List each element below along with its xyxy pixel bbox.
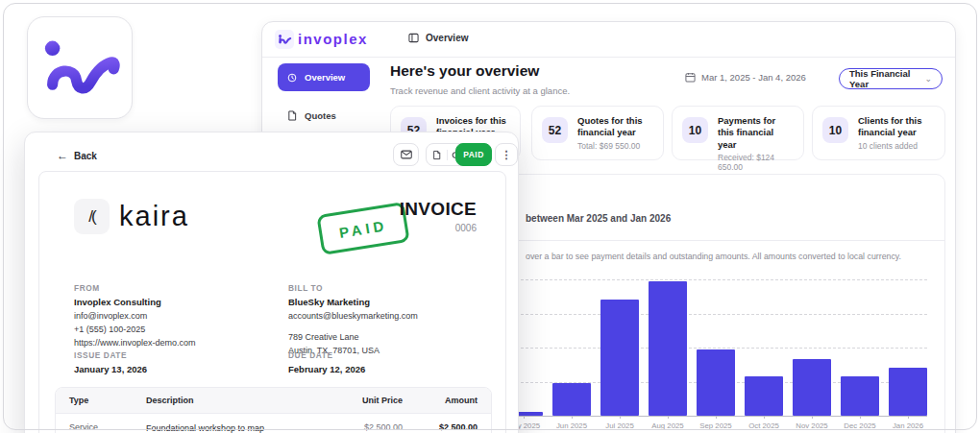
stat-title: Quotes for this financial year (577, 115, 653, 139)
page-title: Here's your overview (390, 62, 539, 80)
chart-bar[interactable] (841, 376, 879, 416)
x-axis-label: Aug 2025 (644, 421, 692, 430)
sidebar-item-label: Overview (305, 72, 345, 83)
breadcrumb-label: Overview (426, 33, 468, 43)
stat-value: 10 (822, 117, 848, 143)
screenshot-canvas: invoplex Overview Overview Quotes Here's… (0, 0, 980, 433)
chart-bar[interactable] (889, 368, 927, 416)
x-axis-label: Jun 2025 (548, 421, 596, 430)
sidebar-item-label: Quotes (305, 110, 336, 121)
brand-wordmark: invoplex (298, 31, 368, 47)
bill-to-email: accounts@blueskymarketing.com (288, 311, 490, 321)
x-axis-tick (668, 416, 669, 419)
invoplex-swoosh-logo-icon (38, 35, 121, 102)
invoice-window: ← Back PAID ⋮ /( kaira (24, 132, 519, 433)
invoice-title: INVOICE (400, 199, 477, 220)
issue-date-label: ISSUE DATE (74, 350, 147, 360)
table-header-row: Type Description Unit Price Amount (56, 388, 491, 414)
cell-amount: $2 500.00 (403, 422, 478, 433)
client-logo: /( kaira (74, 199, 189, 234)
from-email: info@invoplex.com (74, 311, 276, 321)
x-axis-tick (524, 416, 525, 419)
dashboard-topbar: invoplex Overview (262, 22, 955, 57)
x-axis-tick (908, 416, 909, 419)
bill-to-name: BlueSky Marketing (288, 297, 490, 307)
chart-bar[interactable] (552, 383, 591, 416)
x-axis-label: Oct 2025 (740, 421, 788, 430)
panel-layout-icon (408, 33, 419, 43)
from-name: Invoplex Consulting (74, 297, 276, 307)
invoice-document: /( kaira PAID INVOICE 0006 FROM Invoplex… (38, 171, 506, 433)
x-axis-tick (860, 416, 861, 419)
cell-description: Foundational workshop to map requirement… (146, 422, 328, 433)
send-email-button[interactable] (393, 143, 419, 166)
chart-bar[interactable] (793, 359, 831, 416)
stat-title: Payments for this financial year (718, 115, 794, 151)
stat-subtitle: Total: $69 550.00 (577, 141, 653, 151)
sidebar-item-overview[interactable]: Overview (278, 63, 370, 91)
paid-status-button[interactable]: PAID (455, 143, 492, 166)
invoice-number: 0006 (455, 223, 477, 233)
x-axis-label: Jul 2025 (596, 421, 644, 430)
stat-card-clients: 10 Clients for this financial year 10 cl… (812, 106, 945, 160)
x-axis-tick (716, 416, 717, 419)
clock-icon (287, 73, 297, 83)
calendar-icon (685, 72, 696, 83)
brand-logo-card (27, 16, 133, 119)
x-axis-tick (572, 416, 573, 419)
more-options-button[interactable]: ⋮ (495, 143, 518, 166)
paid-status-label: PAID (463, 150, 484, 159)
file-preview-icon[interactable] (427, 150, 447, 160)
issue-date-block: ISSUE DATE January 13, 2026 (74, 350, 147, 374)
back-label: Back (74, 151, 97, 161)
mail-icon (401, 150, 412, 159)
col-header-amount: Amount (403, 396, 478, 405)
chart-bar[interactable] (600, 300, 639, 416)
stat-value: 10 (682, 117, 708, 143)
back-arrow-icon: ← (57, 149, 68, 162)
x-axis-tick (812, 416, 813, 419)
page-subtitle: Track revenue and client activity at a g… (390, 85, 570, 96)
period-select[interactable]: This Financial Year ⌄ (839, 68, 943, 89)
stat-title: Clients for this financial year (858, 115, 935, 139)
period-select-value: This Financial Year (849, 68, 924, 89)
date-range-label: Mar 1, 2025 - Jan 4, 2026 (701, 72, 806, 83)
paid-stamp: PAID (316, 202, 409, 255)
invoplex-mini-logo-icon (275, 30, 294, 49)
stat-subtitle: Received: $124 650.00 (718, 153, 794, 172)
chevron-down-icon: ⌄ (924, 74, 932, 84)
chart-bar[interactable] (745, 376, 783, 416)
stat-card-quotes: 52 Quotes for this financial year Total:… (531, 106, 664, 160)
due-date-label: DUE DATE (288, 350, 365, 360)
paid-stamp-label: PAID (338, 217, 389, 241)
col-header-description: Description (146, 396, 328, 405)
col-header-unit-price: Unit Price (328, 396, 403, 405)
from-label: FROM (74, 283, 276, 293)
back-button[interactable]: ← Back (57, 149, 97, 162)
stat-card-payments: 10 Payments for this financial year Rece… (672, 106, 804, 160)
chart-bar[interactable] (697, 349, 735, 416)
sidebar-item-quotes[interactable]: Quotes (278, 105, 370, 126)
from-phone: +1 (555) 100-2025 (74, 325, 276, 334)
kaira-logo-icon: /( (74, 199, 110, 234)
chart-bar[interactable] (649, 281, 687, 416)
x-axis-tick (764, 416, 765, 419)
client-company-name: kaira (119, 201, 189, 232)
bill-to-address-line1: 789 Creative Lane (288, 332, 490, 342)
line-items-table: Type Description Unit Price Amount Servi… (55, 387, 492, 433)
bill-to-label: BILL TO (288, 283, 490, 293)
file-icon (287, 110, 297, 121)
cell-unit-price: $2 500.00 (328, 422, 403, 433)
breadcrumb: Overview (408, 33, 468, 43)
date-range: Mar 1, 2025 - Jan 4, 2026 (685, 72, 806, 83)
kebab-menu-icon: ⋮ (502, 149, 512, 161)
from-block: FROM Invoplex Consulting info@invoplex.c… (74, 283, 276, 348)
x-axis-label: Sep 2025 (692, 421, 740, 430)
revenue-chart-plot: May 2025Jun 2025Jul 2025Aug 2025Sep 2025… (504, 175, 939, 416)
stat-subtitle: 10 clients added (858, 141, 935, 151)
bill-to-block: BILL TO BlueSky Marketing accounts@blues… (288, 283, 490, 355)
x-axis-label: Jan 2026 (884, 421, 932, 430)
header-divider (262, 57, 955, 58)
col-header-type: Type (69, 396, 146, 405)
issue-date-value: January 13, 2026 (74, 364, 147, 374)
